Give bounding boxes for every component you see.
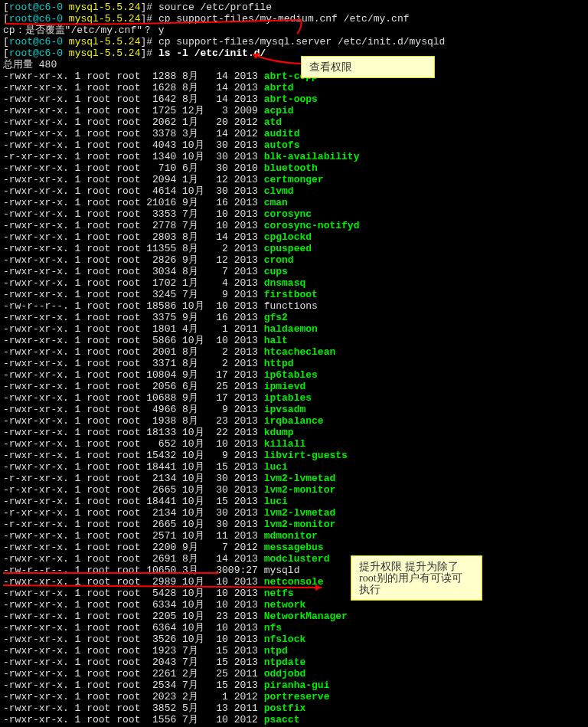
file-name: cpuspeed: [264, 243, 312, 254]
file-row: -rwxr-xr-x. 1 root root 1642 8月 14 2013 …: [3, 93, 585, 105]
file-name: autofs: [264, 139, 300, 151]
file-name: mdmonitor: [264, 530, 318, 542]
file-row: -rwxr-xr-x. 1 root root 3371 8月 2 2013 h…: [3, 358, 585, 369]
file-name: lvm2-lvmetad: [264, 507, 336, 519]
file-name: lvm2-lvmetad: [264, 473, 336, 484]
file-row: -rw-r--r--. 1 root root 18586 10月 10 201…: [3, 300, 585, 312]
file-name: kdump: [264, 427, 294, 438]
file-row: -rwxr-xr-x. 1 root root 5428 10月 10 2013…: [3, 588, 585, 599]
file-name: halt: [264, 335, 288, 346]
file-name: portreserve: [264, 691, 330, 702]
file-row: -rwxr-xr-x. 1 root root 3245 7月 9 2013 f…: [3, 289, 585, 300]
file-row: -rwxr-xr-x. 1 root root 2023 2月 1 2012 p…: [3, 691, 585, 702]
file-row: -rwxr-xr-x. 1 root root 10804 9月 17 2013…: [3, 369, 585, 381]
file-name: libvirt-guests: [264, 450, 348, 461]
file-row: -rwxr-xr-x. 1 root root 2043 7月 15 2013 …: [3, 657, 585, 668]
file-name: ntpd: [264, 645, 288, 657]
terminal-output: [root@c6-0 mysql-5.5.24]# source /etc/pr…: [3, 2, 585, 725]
file-name: luci: [264, 496, 288, 507]
file-row: -rwxr-xr-x. 1 root root 1556 7月 10 2012 …: [3, 714, 585, 725]
file-row: -rwxr-xr-x. 1 root root 1628 8月 14 2013 …: [3, 82, 585, 93]
file-name: clvmd: [264, 185, 294, 197]
file-row: -rwxr-xr-x. 1 root root 2534 7月 15 2013 …: [3, 680, 585, 691]
file-row: -rwxr-xr-x. 1 root root 18441 10月 15 201…: [3, 496, 585, 507]
file-row: -rwxr-xr-x. 1 root root 5866 10月 10 2013…: [3, 335, 585, 346]
file-name: acpid: [264, 105, 294, 116]
file-row: -rwxr-xr-x. 1 root root 1702 1月 4 2013 d…: [3, 277, 585, 289]
file-row: -rwxr-xr-x. 1 root root 2261 2月 25 2011 …: [3, 668, 585, 680]
file-name: nfslock: [264, 634, 306, 645]
file-row: -r-xr-xr-x. 1 root root 2134 10月 30 2013…: [3, 507, 585, 519]
file-name: netconsole: [264, 576, 324, 588]
file-row: -rwxr-xr-x. 1 root root 21016 9月 16 2013…: [3, 197, 585, 208]
file-row: -rwxr-xr-x. 1 root root 4966 8月 9 2013 i…: [3, 404, 585, 415]
file-name: ntpdate: [264, 657, 306, 668]
file-name: ip6tables: [264, 369, 318, 381]
file-row: -rwxr-xr-x. 1 root root 3526 10月 10 2013…: [3, 634, 585, 645]
file-row: -rwxr-xr-x. 1 root root 2200 9月 7 2012 m…: [3, 542, 585, 553]
file-row: -rwxr-xr-x. 1 root root 710 6月 30 2010 b…: [3, 162, 585, 174]
file-row: -rwxr-xr-x. 1 root root 1938 8月 23 2013 …: [3, 415, 585, 427]
file-name: abrt-ccpp: [264, 70, 318, 82]
file-name: certmonger: [264, 174, 324, 185]
file-row: -rwxr-xr-x. 1 root root 18441 10月 15 201…: [3, 461, 585, 473]
file-row: -rwxr-xr-x. 1 root root 4614 10月 30 2013…: [3, 185, 585, 197]
file-name: postfix: [264, 702, 306, 714]
file-name: functions: [264, 300, 318, 312]
file-row: -rwxr-xr-x. 1 root root 2056 6月 25 2013 …: [3, 381, 585, 392]
file-row: -rwxr-xr-x. 1 root root 2001 8月 2 2013 h…: [3, 346, 585, 358]
file-name: atd: [264, 116, 282, 128]
cmd-ls: [root@c6-0 mysql-5.5.24]# ls -l /etc/ini…: [3, 47, 585, 59]
file-row: -rwxr-xr-x. 1 root root 2205 10月 23 2013…: [3, 611, 585, 622]
file-name: blk-availability: [264, 151, 360, 162]
file-name: gfs2: [264, 312, 288, 323]
file-name: firstboot: [264, 289, 318, 300]
file-name: ipmievd: [264, 381, 306, 392]
file-row: -rwxr-xr-x. 1 root root 4043 10月 30 2013…: [3, 139, 585, 151]
file-row: -rwxr-xr-x. 1 root root 2691 8月 14 2013 …: [3, 553, 585, 565]
file-name: abrtd: [264, 82, 294, 93]
file-row: -rwxr-xr-x. 1 root root 1725 12月 3 2009 …: [3, 105, 585, 116]
file-row: -rwxr-xr-x. 1 root root 11355 8月 2 2013 …: [3, 243, 585, 254]
file-name: crond: [264, 254, 294, 266]
file-name: ipvsadm: [264, 404, 306, 415]
file-row: -rwxr-xr-x. 1 root root 6364 10月 10 2013…: [3, 622, 585, 634]
file-row: -rwxr-xr-x. 1 root root 3852 5月 13 2011 …: [3, 702, 585, 714]
file-name: lvm2-monitor: [264, 484, 336, 496]
file-name: mysqld: [264, 565, 300, 576]
file-name: cpglockd: [264, 231, 312, 243]
file-name: psacct: [264, 714, 300, 725]
file-row: -rwxr-xr-x. 1 root root 2803 8月 14 2013 …: [3, 231, 585, 243]
file-name: NetworkManager: [264, 611, 348, 622]
file-name: luci: [264, 461, 288, 473]
file-row: -rwxr-xr-x. 1 root root 18133 10月 22 201…: [3, 427, 585, 438]
file-name: httpd: [264, 358, 294, 369]
file-row: -r-xr-xr-x. 1 root root 2665 10月 30 2013…: [3, 484, 585, 496]
file-row: -rwxr-xr-x. 1 root root 3034 8月 7 2013 c…: [3, 266, 585, 277]
file-name: cups: [264, 266, 288, 277]
file-row: -r-xr-xr-x. 1 root root 1340 10月 30 2013…: [3, 151, 585, 162]
file-name: messagebus: [264, 542, 324, 553]
file-name: modclusterd: [264, 553, 330, 565]
file-row: -rwxr-xr-x. 1 root root 1923 7月 15 2013 …: [3, 645, 585, 657]
cmd-source: [root@c6-0 mysql-5.5.24]# source /etc/pr…: [3, 2, 585, 13]
file-name: killall: [264, 438, 306, 450]
file-name: corosync: [264, 208, 312, 220]
file-name: auditd: [264, 128, 300, 139]
file-row: -rwxr-xr-x. 1 root root 2094 1月 12 2013 …: [3, 174, 585, 185]
cmd-cp-server: [root@c6-0 mysql-5.5.24]# cp support-fil…: [3, 36, 585, 47]
file-name: bluetooth: [264, 162, 318, 174]
file-name: iptables: [264, 392, 312, 404]
file-row: -r-xr-xr-x. 1 root root 2134 10月 30 2013…: [3, 473, 585, 484]
file-row: -rw-r--r--. 1 root root 10650 3月 3009:27…: [3, 565, 585, 576]
file-row: -rwxr-xr-x. 1 root root 2571 10月 11 2013…: [3, 530, 585, 542]
file-name: haldaemon: [264, 323, 318, 335]
file-name: netfs: [264, 588, 294, 599]
file-name: cman: [264, 197, 288, 208]
file-row: -rwxr-xr-x. 1 root root 2062 1月 20 2012 …: [3, 116, 585, 128]
file-row: -r-xr-xr-x. 1 root root 2665 10月 30 2013…: [3, 519, 585, 530]
file-row: -rwxr-xr-x. 1 root root 15432 10月 9 2013…: [3, 450, 585, 461]
file-row: -rwxr-xr-x. 1 root root 3375 9月 16 2013 …: [3, 312, 585, 323]
file-name: oddjobd: [264, 668, 306, 680]
file-row: -rwxr-xr-x. 1 root root 1801 4月 1 2011 h…: [3, 323, 585, 335]
